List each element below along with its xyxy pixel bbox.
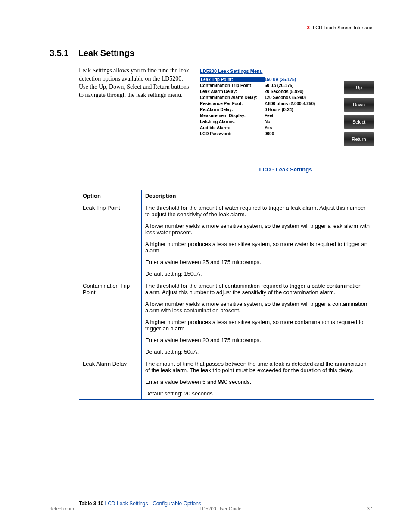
lcd-title: LD5200 Leak Settings Menu bbox=[197, 67, 374, 76]
up-button[interactable]: Up bbox=[344, 81, 374, 94]
lcd-row-value: 150 uA (25-175) bbox=[265, 77, 296, 82]
lcd-row-value: Feet bbox=[265, 113, 274, 118]
table-caption-title: LCD Leak Settings - Configurable Options bbox=[103, 501, 201, 507]
page-footer: rletech.com LD5200 User Guide 37 bbox=[50, 506, 372, 511]
lcd-row-value: 0000 bbox=[265, 131, 274, 136]
section-number: 3.5.1 bbox=[50, 48, 68, 58]
page-header: 3 LCD Touch Screen Interface bbox=[307, 25, 372, 30]
lcd-row[interactable]: Measurement Display:Feet bbox=[200, 113, 341, 118]
lcd-row[interactable]: Resistance Per Foot:2.800 ohms (2.000-4.… bbox=[200, 101, 341, 106]
lcd-row-label: Contamination Alarm Delay: bbox=[200, 95, 265, 100]
footer-left: rletech.com bbox=[50, 506, 74, 511]
table-row: Leak Alarm DelayThe amount of time that … bbox=[79, 358, 374, 400]
table-caption: Table 3.10 LCD Leak Settings - Configura… bbox=[79, 501, 201, 507]
description-cell: The threshold for the amount of water re… bbox=[142, 202, 374, 280]
down-button[interactable]: Down bbox=[344, 98, 374, 112]
col-option: Option bbox=[79, 190, 142, 202]
description-paragraph: The amount of time that passes between t… bbox=[145, 361, 370, 373]
lcd-row[interactable]: LCD Password:0000 bbox=[200, 131, 341, 136]
description-paragraph: Default setting: 150uA. bbox=[145, 271, 370, 277]
footer-right: 37 bbox=[367, 506, 372, 511]
col-description: Description bbox=[142, 190, 374, 202]
return-button[interactable]: Return bbox=[344, 132, 374, 146]
lcd-row-value: 0 Hours (0-24) bbox=[265, 107, 293, 112]
chapter-title: LCD Touch Screen Interface bbox=[313, 25, 372, 30]
lcd-row-label: Contamination Trip Point: bbox=[200, 83, 265, 88]
description-cell: The amount of time that passes between t… bbox=[142, 358, 374, 400]
lcd-row[interactable]: Re-Alarm Delay:0 Hours (0-24) bbox=[200, 107, 341, 112]
lcd-row-label: Audible Alarm: bbox=[200, 125, 265, 130]
section-title: Leak Settings bbox=[78, 48, 134, 58]
intro-paragraph: Leak Settings allows you to fine tune th… bbox=[79, 67, 191, 100]
lcd-row-value: No bbox=[265, 119, 270, 124]
option-cell: Leak Trip Point bbox=[79, 202, 142, 280]
lcd-row-value: Yes bbox=[265, 125, 272, 130]
option-cell: Contamination Trip Point bbox=[79, 280, 142, 358]
description-paragraph: Enter a value between 5 and 990 seconds. bbox=[145, 379, 370, 385]
lcd-row-value: 50 uA (20-175) bbox=[265, 83, 293, 88]
table-row: Leak Trip PointThe threshold for the amo… bbox=[79, 202, 374, 280]
lcd-row[interactable]: Leak Trip Point:150 uA (25-175) bbox=[200, 77, 341, 82]
option-cell: Leak Alarm Delay bbox=[79, 358, 142, 400]
lcd-caption: LCD - Leak Settings bbox=[197, 166, 374, 173]
select-button[interactable]: Select bbox=[344, 115, 374, 129]
lcd-row-label: Leak Trip Point: bbox=[200, 77, 265, 82]
section-heading: 3.5.1 Leak Settings bbox=[50, 48, 134, 58]
description-paragraph: Enter a value between 25 and 175 microam… bbox=[145, 259, 370, 265]
description-paragraph: Default setting: 20 seconds bbox=[145, 390, 370, 397]
description-paragraph: A lower number yields a more sensitive s… bbox=[145, 223, 370, 236]
lcd-row-label: Latching Alarms: bbox=[200, 119, 265, 124]
lcd-row-label: LCD Password: bbox=[200, 131, 265, 136]
description-paragraph: A higher number produces a less sensitiv… bbox=[145, 319, 370, 332]
lcd-buttons: UpDownSelectReturn bbox=[344, 76, 374, 150]
options-table: Option Description Leak Trip PointThe th… bbox=[79, 190, 374, 400]
footer-center: LD5200 User Guide bbox=[199, 506, 241, 511]
table-caption-num: Table 3.10 bbox=[79, 501, 103, 507]
lcd-panel: LD5200 Leak Settings Menu Leak Trip Poin… bbox=[197, 67, 374, 150]
lcd-row[interactable]: Contamination Trip Point:50 uA (20-175) bbox=[200, 83, 341, 88]
description-paragraph: A higher number produces a less sensitiv… bbox=[145, 241, 370, 254]
lcd-settings-list: Leak Trip Point:150 uA (25-175)Contamina… bbox=[197, 76, 344, 150]
lcd-row[interactable]: Audible Alarm:Yes bbox=[200, 125, 341, 130]
table-row: Contamination Trip PointThe threshold fo… bbox=[79, 280, 374, 358]
description-paragraph: Enter a value between 20 and 175 microam… bbox=[145, 337, 370, 343]
description-paragraph: The threshold for the amount of water re… bbox=[145, 205, 370, 218]
lcd-row-label: Leak Alarm Delay: bbox=[200, 89, 265, 94]
description-paragraph: Default setting: 50uA. bbox=[145, 348, 370, 355]
lcd-row[interactable]: Contamination Alarm Delay:120 Seconds (5… bbox=[200, 95, 341, 100]
lcd-row-label: Resistance Per Foot: bbox=[200, 101, 265, 106]
lcd-row-value: 20 Seconds (5-990) bbox=[265, 89, 304, 94]
lcd-row-label: Measurement Display: bbox=[200, 113, 265, 118]
chapter-num: 3 bbox=[307, 25, 310, 30]
description-paragraph: A lower number yields a more sensitive s… bbox=[145, 301, 370, 314]
lcd-row[interactable]: Latching Alarms:No bbox=[200, 119, 341, 124]
description-cell: The threshold for the amount of contamin… bbox=[142, 280, 374, 358]
lcd-row[interactable]: Leak Alarm Delay:20 Seconds (5-990) bbox=[200, 89, 341, 94]
lcd-row-value: 2.800 ohms (2.000-4.250) bbox=[265, 101, 315, 106]
description-paragraph: The threshold for the amount of contamin… bbox=[145, 283, 370, 296]
lcd-row-value: 120 Seconds (5-990) bbox=[265, 95, 306, 100]
lcd-row-label: Re-Alarm Delay: bbox=[200, 107, 265, 112]
